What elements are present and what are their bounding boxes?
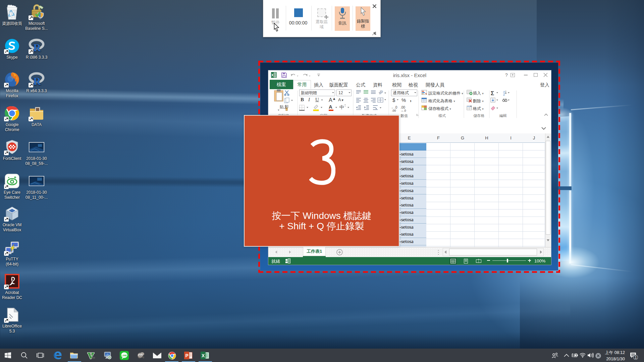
svg-text:%: % bbox=[401, 97, 406, 103]
svg-text:P: P bbox=[185, 353, 189, 358]
svg-text:$: $ bbox=[392, 97, 395, 103]
svg-text:→.0: →.0 bbox=[400, 109, 406, 112]
svg-text:X: X bbox=[202, 353, 205, 358]
svg-text:R: R bbox=[33, 42, 41, 54]
svg-text:R: R bbox=[33, 75, 41, 87]
svg-text:,: , bbox=[410, 96, 412, 103]
svg-text:Z: Z bbox=[503, 93, 505, 96]
svg-text:im: im bbox=[92, 356, 95, 359]
svg-text:LINE: LINE bbox=[122, 354, 127, 357]
svg-text:ab: ab bbox=[378, 89, 384, 95]
svg-text:A: A bbox=[329, 104, 332, 110]
svg-text:Σ: Σ bbox=[491, 90, 494, 97]
svg-text:中: 中 bbox=[339, 105, 344, 110]
svg-text:1: 1 bbox=[635, 355, 637, 359]
svg-text:.00: .00 bbox=[392, 109, 396, 112]
